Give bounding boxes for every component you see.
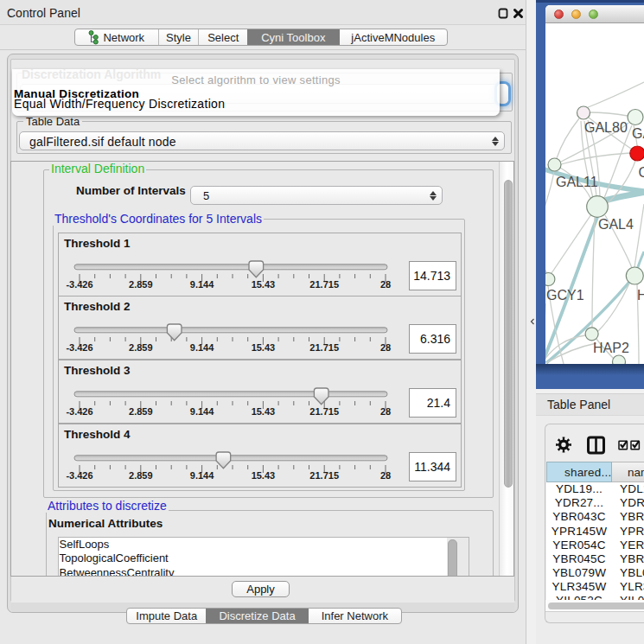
svg-text:15.43: 15.43 bbox=[252, 342, 276, 353]
svg-text:21.715: 21.715 bbox=[309, 342, 339, 353]
svg-text:9.144: 9.144 bbox=[190, 279, 214, 290]
svg-text:28: 28 bbox=[380, 342, 391, 353]
svg-text:-3.426: -3.426 bbox=[66, 342, 92, 353]
svg-text:-3.426: -3.426 bbox=[66, 279, 92, 290]
svg-text:2.859: 2.859 bbox=[129, 470, 153, 481]
svg-text:9.144: 9.144 bbox=[190, 406, 214, 417]
svg-text:9.144: 9.144 bbox=[190, 342, 214, 353]
svg-text:21.715: 21.715 bbox=[309, 406, 339, 417]
svg-text:28: 28 bbox=[380, 406, 391, 417]
svg-text:2.859: 2.859 bbox=[129, 406, 153, 417]
svg-text:15.43: 15.43 bbox=[252, 279, 276, 290]
svg-text:21.715: 21.715 bbox=[309, 470, 339, 481]
svg-text:28: 28 bbox=[380, 279, 391, 290]
svg-text:21.715: 21.715 bbox=[309, 279, 339, 290]
svg-text:2.859: 2.859 bbox=[129, 279, 153, 290]
svg-text:28: 28 bbox=[380, 470, 391, 481]
svg-text:-3.426: -3.426 bbox=[66, 470, 92, 481]
svg-text:15.43: 15.43 bbox=[252, 470, 276, 481]
svg-text:-3.426: -3.426 bbox=[66, 406, 92, 417]
svg-text:9.144: 9.144 bbox=[190, 470, 214, 481]
svg-text:2.859: 2.859 bbox=[129, 342, 153, 353]
svg-text:15.43: 15.43 bbox=[252, 406, 276, 417]
